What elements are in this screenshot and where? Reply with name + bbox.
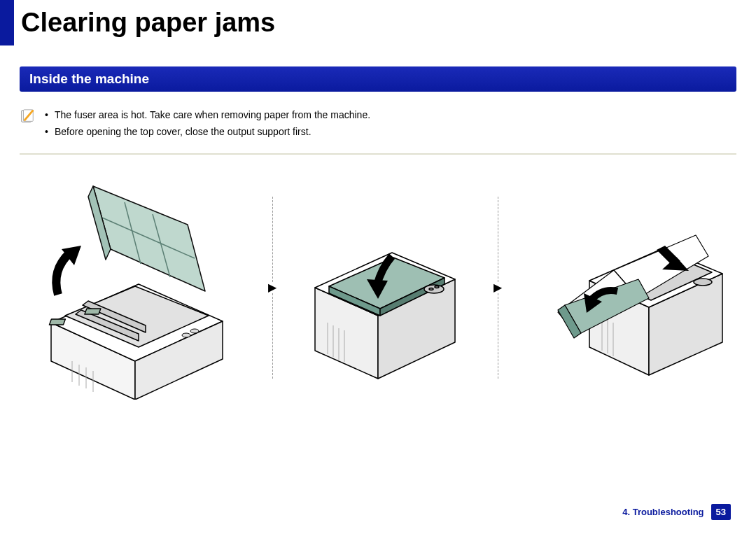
figure-open-cover	[27, 176, 237, 400]
figure-remove-cartridge	[308, 190, 462, 386]
note-icon	[20, 108, 35, 124]
svg-rect-3	[85, 309, 101, 314]
next-arrow-icon: ▶	[493, 285, 502, 290]
note-item: Before opening the top cover, close the …	[45, 124, 370, 141]
note-item: The fuser area is hot. Take care when re…	[45, 107, 370, 124]
content-area: Inside the machine The fuser area is hot…	[0, 45, 756, 400]
page-title: Clearing paper jams	[21, 8, 275, 38]
title-accent	[0, 0, 14, 45]
svg-point-14	[429, 288, 433, 290]
note-list: The fuser area is hot. Take care when re…	[45, 107, 370, 141]
figure-pull-paper	[533, 190, 729, 386]
title-bar: Clearing paper jams	[0, 0, 756, 45]
page-footer: 4. Troubleshooting 53	[622, 504, 731, 520]
svg-rect-2	[49, 319, 65, 325]
svg-point-13	[424, 285, 444, 293]
svg-point-11	[190, 329, 199, 333]
next-arrow-icon: ▶	[268, 285, 276, 290]
step-separator: ▶	[268, 197, 276, 379]
section-header: Inside the machine	[20, 66, 736, 92]
note-block: The fuser area is hot. Take care when re…	[20, 107, 736, 155]
svg-point-20	[694, 279, 712, 286]
svg-point-12	[182, 333, 190, 337]
chapter-label: 4. Troubleshooting	[622, 507, 704, 517]
step-separator: ▶	[493, 197, 502, 379]
figure-row: ▶	[20, 176, 736, 400]
svg-point-15	[435, 286, 439, 288]
page-number: 53	[711, 504, 731, 520]
